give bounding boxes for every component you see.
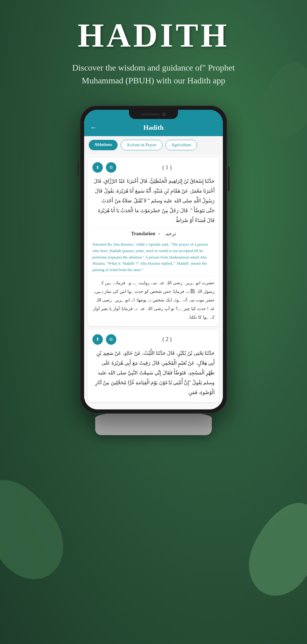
tab-ablutions[interactable]: Ablutions <box>89 140 118 150</box>
copy-button-2[interactable]: ⧉ <box>106 334 116 345</box>
hadith-card-1: ⬆ ⧉ ( 1 ) حَدَّثَنَا إِسْحَاقُ بْنُ إِبْ… <box>88 158 219 326</box>
tab-actions-in-prayer[interactable]: Actions in Prayer <box>121 140 162 150</box>
translation-urdu-1: حضرت ابو ہریرہ رضی اللہ عنہ سے روایت ہے … <box>92 276 215 321</box>
translation-header-1: Translation - ترجمہ <box>92 228 215 239</box>
hadith-card-2: ⬆ ⧉ ( 2 ) حَدَّثَنَا يَحْيَى بْنُ بُكَيْ… <box>88 330 219 402</box>
hadith-arabic-2: حَدَّثَنَا يَحْيَى بْنُ بُكَيْرٍ، قَالَ … <box>92 348 215 397</box>
translation-label-en: Translation <box>131 231 155 236</box>
back-button[interactable]: ← <box>90 124 97 132</box>
card-header-2: ⬆ ⧉ ( 2 ) <box>92 334 215 345</box>
phone-notch <box>129 110 178 119</box>
translation-english-1: Narrated By Abu Huraira : Allah`s Apostl… <box>92 239 215 276</box>
hadith-arabic-1: حَدَّثَنَا إِسْحَاقُ بْنُ إِبْرَاهِيمَ ا… <box>92 176 215 225</box>
page-title: HADITH <box>25 18 282 52</box>
pedestal <box>0 411 307 435</box>
translation-label-ur: ترجمہ <box>163 231 176 236</box>
hadith-number-2: ( 2 ) <box>119 336 215 343</box>
tab-bar: Ablutions Actions in Prayer Agriculture <box>84 136 223 154</box>
card-header-1: ⬆ ⧉ ( 1 ) <box>92 162 215 173</box>
share-button-1[interactable]: ⬆ <box>92 162 103 173</box>
copy-button-1[interactable]: ⧉ <box>106 162 116 173</box>
notch-camera <box>162 113 166 116</box>
page-subtitle: Discover the wisdom and guidance of" Pro… <box>58 61 249 87</box>
share-button-2[interactable]: ⬆ <box>92 334 103 345</box>
app-content: ⬆ ⧉ ( 1 ) حَدَّثَنَا إِسْحَاقُ بْنُ إِبْ… <box>84 154 223 409</box>
hadith-number-1: ( 1 ) <box>119 164 215 171</box>
phone-mockup: ← Hadith Ablutions Actions in Prayer Agr… <box>80 105 227 414</box>
pedestal-base <box>95 411 212 435</box>
app-title: Hadith <box>143 124 164 132</box>
tab-agriculture[interactable]: Agriculture <box>165 140 197 150</box>
notch-speaker <box>141 113 160 115</box>
